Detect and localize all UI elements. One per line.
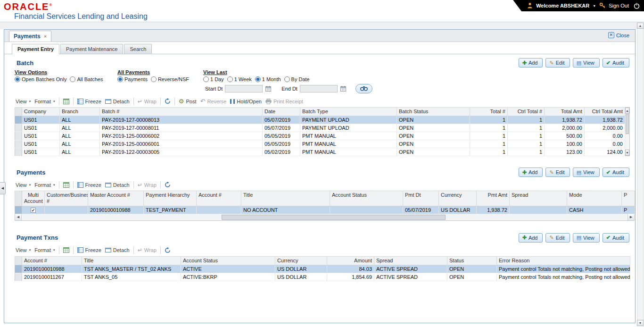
column-header[interactable]: Title <box>82 256 181 265</box>
batch-scroll-track[interactable] <box>626 114 629 150</box>
column-header[interactable]: Error Reason <box>497 256 630 265</box>
row-selector[interactable] <box>15 273 22 281</box>
payments-scroll-track[interactable] <box>22 215 627 220</box>
column-header[interactable]: Master Account # <box>88 191 144 206</box>
view-last-option[interactable]: 1 Week <box>227 76 252 82</box>
table-row[interactable]: 20190100010988TST ANKS_MASTER / TST_02 A… <box>15 265 630 273</box>
column-header[interactable]: Total # <box>470 108 508 116</box>
payments-export-button[interactable] <box>63 182 69 188</box>
table-row[interactable]: US01ALLPAY-2019-127-0000801105/07/2019PA… <box>15 124 625 132</box>
payments-freeze-button[interactable]: Freeze <box>77 182 101 188</box>
view-options-option[interactable]: All Batches <box>70 76 103 82</box>
txns-export-button[interactable] <box>63 247 69 253</box>
payments-refresh-button[interactable] <box>165 182 171 188</box>
payments-wrap-button[interactable]: ↵Wrap <box>138 182 157 188</box>
view-last-option[interactable]: By Date <box>284 76 310 82</box>
all-payments-radio[interactable] <box>151 76 157 82</box>
column-header[interactable]: Account Status <box>181 256 275 265</box>
table-row[interactable]: ✔20190100010988TEST_PAYMENTNO ACCOUNT05/… <box>15 206 635 214</box>
column-header[interactable]: Mode <box>567 191 622 206</box>
column-header[interactable]: Pmt Amt <box>477 191 510 206</box>
txns-add-button[interactable]: ✚Add <box>519 233 543 243</box>
view-last-radio[interactable] <box>203 76 209 82</box>
column-header[interactable]: Ctrl Total # <box>508 108 545 116</box>
column-header[interactable]: Spread <box>510 191 567 206</box>
scroll-right-icon[interactable]: ▶ <box>627 214 634 220</box>
payments-detach-button[interactable]: Detach <box>105 182 130 188</box>
close-label[interactable]: Close <box>616 33 629 38</box>
all-payments-option[interactable]: Payments <box>117 76 148 82</box>
tab-payment-entry[interactable]: Payment Entry <box>12 44 59 54</box>
view-last-option[interactable]: 1 Month <box>255 76 281 82</box>
table-row[interactable]: US01ALLPAY-2019-125-0000600205/05/2019PM… <box>15 132 625 140</box>
batch-edit-button[interactable]: ✎Edit <box>545 58 570 67</box>
batch-detach-button[interactable]: Detach <box>105 99 130 104</box>
welcome-caret-icon[interactable]: ▼ <box>593 4 596 8</box>
payments-scroll-thumb[interactable] <box>222 215 446 220</box>
batch-holdopen-button[interactable]: Hold/Open <box>230 99 262 104</box>
row-selector[interactable] <box>15 140 22 148</box>
view-last-radio[interactable] <box>227 76 233 82</box>
power-icon[interactable] <box>633 2 640 9</box>
column-header[interactable]: Account # <box>22 256 82 265</box>
batch-grid-vscrollbar[interactable]: ▲ ▼ <box>625 107 630 156</box>
batch-reverse-button[interactable]: ↶Reverse <box>200 98 226 104</box>
txns-format-menu[interactable]: Format▾ <box>34 247 55 253</box>
view-options-radio[interactable] <box>15 76 20 82</box>
column-header[interactable]: Payment Hierarchy <box>144 191 197 206</box>
welcome-user-menu[interactable]: Welcome ABSHEKAR <box>536 3 589 8</box>
close-icon[interactable]: ✕ <box>608 32 614 38</box>
row-selector[interactable] <box>15 148 22 156</box>
column-header[interactable]: Total Amt <box>545 108 585 116</box>
view-last-radio[interactable] <box>255 76 261 82</box>
txns-freeze-button[interactable]: Freeze <box>77 247 101 253</box>
scroll-left-icon[interactable]: ◀ <box>15 214 22 220</box>
start-dt-input[interactable] <box>225 85 263 92</box>
splitter-collapse-handle[interactable]: ◀ <box>0 182 6 194</box>
view-options-radio[interactable] <box>70 76 75 82</box>
txns-view-button[interactable]: ▤View <box>573 233 600 243</box>
column-header[interactable]: Title <box>241 191 330 206</box>
payments-add-button[interactable]: ✚Add <box>519 168 543 177</box>
row-selector[interactable] <box>15 206 22 214</box>
scroll-down-icon[interactable]: ▼ <box>625 150 629 156</box>
row-selector[interactable] <box>15 265 22 273</box>
payments-grid-hscrollbar[interactable]: ◀ ▶ <box>15 214 635 221</box>
txns-wrap-button[interactable]: ↵Wrap <box>138 247 157 253</box>
column-header[interactable]: Date <box>263 108 300 116</box>
column-header[interactable]: Batch # <box>100 108 263 116</box>
row-selector[interactable] <box>15 132 22 140</box>
txns-detach-button[interactable]: Detach <box>105 247 130 253</box>
page-scrollbar[interactable]: ▲ ▼ <box>637 23 644 326</box>
txns-view-menu[interactable]: View▾ <box>16 247 31 253</box>
payments-view-button[interactable]: ▤View <box>573 168 600 177</box>
payments-audit-button[interactable]: ✔Audit <box>603 168 629 177</box>
column-header[interactable]: Amount <box>327 256 374 265</box>
batch-post-button[interactable]: ⚙Post <box>179 98 197 104</box>
batch-view-button[interactable]: ▤View <box>573 58 600 67</box>
tab-payments[interactable]: Payments × <box>9 31 51 42</box>
batch-refresh-button[interactable] <box>165 98 171 104</box>
view-options-option[interactable]: Open Batches Only <box>15 76 66 82</box>
table-row[interactable]: 20190100011267TST ANKS_05ACTIVE:BKRPUS D… <box>15 273 630 281</box>
scroll-down-icon[interactable]: ▼ <box>637 320 644 326</box>
end-dt-input[interactable] <box>300 85 338 92</box>
column-header[interactable]: Customer/Business # <box>45 191 88 206</box>
all-payments-radio[interactable] <box>117 76 123 82</box>
column-header[interactable]: Status <box>447 256 497 265</box>
tab-payment-maintenance[interactable]: Payment Maintenance <box>60 44 123 54</box>
column-header[interactable]: Company <box>22 108 60 116</box>
column-header[interactable]: Currency <box>439 191 477 206</box>
table-row[interactable]: US01ALLPAY-2019-127-0000801305/07/2019PA… <box>15 116 625 124</box>
end-dt-calendar-icon[interactable] <box>339 85 347 93</box>
multi-account-checkbox[interactable]: ✔ <box>31 208 36 213</box>
tab-search[interactable]: Search <box>124 44 152 54</box>
table-row[interactable]: US01ALLPAY-2019-122-0000300505/02/2019PM… <box>15 148 625 156</box>
column-header[interactable]: Multi Account <box>22 191 45 206</box>
txns-edit-button[interactable]: ✎Edit <box>545 233 570 243</box>
view-last-option[interactable]: 1 Day <box>203 76 224 82</box>
all-payments-option[interactable]: Reverse/NSF <box>151 76 189 82</box>
column-header[interactable]: Spread <box>374 256 447 265</box>
close-control[interactable]: ✕ Close <box>608 32 629 38</box>
column-header[interactable]: Ctrl Total Amt <box>585 108 625 116</box>
